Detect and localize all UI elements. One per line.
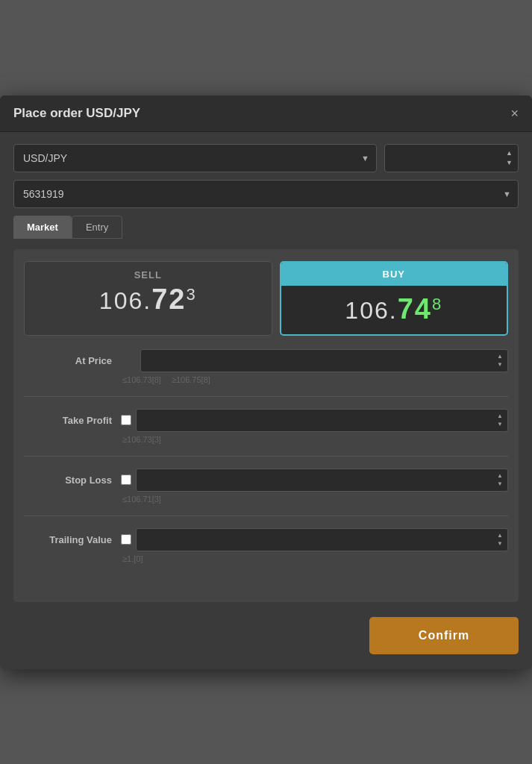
tab-market[interactable]: Market	[13, 216, 72, 239]
sell-label: SELL	[35, 269, 261, 281]
at-price-row: At Price 106.74[0] ▲ ▼ ≤106.73[	[24, 349, 508, 397]
take-profit-label: Take Profit	[24, 409, 121, 426]
stop-loss-checkbox[interactable]	[121, 475, 131, 485]
stop-loss-input-row: 106.71[4] ▲ ▼	[121, 469, 508, 492]
sell-price-main: 72	[151, 284, 186, 315]
take-profit-increment[interactable]: ▲	[495, 413, 504, 420]
stop-loss-label: Stop Loss	[24, 469, 121, 486]
modal-title: Place order USD/JPY	[13, 106, 140, 121]
trailing-value-row: Trailing Value 1.[0] ▲ ▼ ≥1.[0]	[24, 528, 508, 575]
confirm-row: Confirm	[13, 617, 519, 654]
stop-loss-hint: ≤106.71[3]	[121, 495, 508, 504]
buy-price-small: 8	[432, 295, 442, 313]
trailing-value-checkbox[interactable]	[121, 534, 131, 545]
trailing-value-input-row: 1.[0] ▲ ▼	[121, 528, 508, 551]
quantity-spinner-wrapper: 1,000 ▲ ▼	[384, 144, 519, 172]
at-price-input-row: 106.74[0] ▲ ▼	[121, 349, 508, 372]
account-select[interactable]: 5631919	[13, 180, 519, 208]
trailing-value-label: Trailing Value	[24, 528, 121, 545]
at-price-label: At Price	[24, 349, 121, 366]
at-price-hint-high: ≥106.75[8]	[172, 375, 210, 384]
stop-loss-controls: 106.71[4] ▲ ▼ ≤106.71[3]	[121, 469, 508, 504]
currency-quantity-row: USD/JPY EUR/USD GBP/USD ▼ 1,000 ▲ ▼	[13, 144, 519, 172]
account-select-wrapper: 5631919 ▼	[13, 180, 519, 208]
trailing-value-input[interactable]: 1.[0]	[136, 528, 508, 551]
trailing-value-input-wrap: 1.[0] ▲ ▼	[136, 528, 508, 551]
buy-sell-row: SELL 106.723 BUY 106.748	[24, 261, 508, 336]
stop-loss-input[interactable]: 106.71[4]	[136, 469, 508, 492]
at-price-increment[interactable]: ▲	[495, 353, 504, 360]
at-price-hints: ≤106.73[8] ≥106.75[8]	[121, 375, 508, 384]
at-price-spinner: ▲ ▼	[495, 353, 504, 368]
order-type-tabs: Market Entry	[13, 216, 519, 239]
buy-price-area: 106.748	[281, 286, 507, 334]
trailing-value-controls: 1.[0] ▲ ▼ ≥1.[0]	[121, 528, 508, 563]
trailing-value-spinner: ▲ ▼	[495, 532, 504, 547]
at-price-decrement[interactable]: ▼	[495, 361, 504, 369]
currency-pair-select[interactable]: USD/JPY EUR/USD GBP/USD	[13, 144, 377, 172]
sell-price-prefix: 106.	[99, 287, 151, 314]
at-price-controls: 106.74[0] ▲ ▼ ≤106.73[8] ≥106.75[8]	[121, 349, 508, 384]
trailing-value-decrement[interactable]: ▼	[495, 540, 504, 548]
quantity-input[interactable]: 1,000	[384, 144, 519, 172]
currency-pair-select-wrapper: USD/JPY EUR/USD GBP/USD ▼	[13, 144, 377, 172]
take-profit-input[interactable]: 106.73[4]	[136, 409, 508, 432]
stop-loss-decrement[interactable]: ▼	[495, 480, 504, 488]
sell-box[interactable]: SELL 106.723	[24, 261, 272, 336]
stop-loss-row: Stop Loss 106.71[4] ▲ ▼ ≤106.71[3]	[24, 469, 508, 516]
take-profit-controls: 106.73[4] ▲ ▼ ≥106.73[3]	[121, 409, 508, 444]
take-profit-decrement[interactable]: ▼	[495, 421, 504, 428]
quantity-decrement-button[interactable]: ▼	[504, 159, 514, 167]
close-button[interactable]: ×	[510, 107, 519, 120]
stop-loss-input-wrap: 106.71[4] ▲ ▼	[136, 469, 508, 492]
take-profit-spinner: ▲ ▼	[495, 413, 504, 428]
buy-price-main: 74	[398, 293, 432, 325]
take-profit-input-row: 106.73[4] ▲ ▼	[121, 409, 508, 432]
trailing-value-hint: ≥1.[0]	[121, 554, 508, 563]
modal-header: Place order USD/JPY ×	[0, 96, 532, 132]
quantity-spinner-buttons: ▲ ▼	[504, 149, 514, 167]
buy-box[interactable]: BUY 106.748	[280, 261, 509, 336]
confirm-button[interactable]: Confirm	[369, 617, 519, 654]
buy-price-prefix: 106.	[345, 297, 397, 324]
sell-price: 106.723	[35, 284, 261, 316]
buy-price: 106.748	[292, 293, 497, 325]
at-price-hint-low: ≤106.73[8]	[122, 375, 161, 384]
sell-price-small: 3	[186, 285, 196, 304]
at-price-input[interactable]: 106.74[0]	[140, 349, 508, 372]
buy-label: BUY	[281, 263, 507, 286]
at-price-input-wrap: 106.74[0] ▲ ▼	[140, 349, 508, 372]
take-profit-input-wrap: 106.73[4] ▲ ▼	[136, 409, 508, 432]
order-panel: SELL 106.723 BUY 106.748 At	[13, 249, 519, 602]
quantity-increment-button[interactable]: ▲	[504, 149, 514, 157]
stop-loss-increment[interactable]: ▲	[495, 472, 504, 480]
take-profit-hint: ≥106.73[3]	[121, 435, 508, 444]
stop-loss-spinner: ▲ ▼	[495, 472, 504, 487]
tab-entry[interactable]: Entry	[72, 216, 122, 239]
take-profit-checkbox[interactable]	[121, 415, 131, 425]
modal-body: USD/JPY EUR/USD GBP/USD ▼ 1,000 ▲ ▼ 5631…	[0, 132, 532, 669]
take-profit-row: Take Profit 106.73[4] ▲ ▼ ≥106.73[3]	[24, 409, 508, 457]
trailing-value-increment[interactable]: ▲	[495, 532, 504, 539]
place-order-modal: Place order USD/JPY × USD/JPY EUR/USD GB…	[0, 96, 532, 669]
